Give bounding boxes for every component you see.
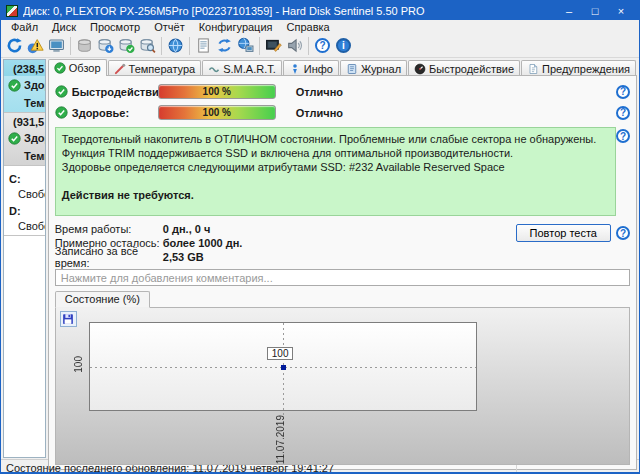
app-window: Диск: 0, PLEXTOR PX-256M5Pro [P022371013… [0, 0, 640, 474]
tab-overview[interactable]: Обзор [48, 59, 107, 76]
report-icon[interactable] [193, 36, 214, 56]
partition-c-free-row: Свободно 76,0 GB Диск: 0 [4, 186, 45, 203]
tab-performance[interactable]: Быстродействие [408, 60, 520, 76]
status-line-3: Здоровье определяется следующими атрибут… [62, 160, 609, 174]
state-chart-plot [89, 322, 477, 411]
info-drop-icon [289, 63, 301, 75]
stat-value: 2,53 GB [163, 251, 204, 263]
tab-alerts[interactable]: Предупреждения [521, 60, 636, 76]
maximize-button[interactable]: □ [582, 2, 608, 20]
disk-1-header: (931,5 GB) [4, 113, 45, 129]
partition-letter: D: [9, 205, 21, 217]
disk-connect-icon[interactable] [95, 36, 116, 56]
tab-smart[interactable]: S.M.A.R.T. [202, 60, 282, 76]
gauge-icon [414, 63, 426, 75]
disk-0-temp-row: Температура: ? [Восстановл [4, 94, 45, 112]
stats-block: Время работы: 0 дн., 0 ч Примерно остало… [55, 222, 630, 264]
tab-log[interactable]: Журнал [340, 60, 407, 76]
disk-disabled-icon [74, 36, 95, 56]
toolbar-separator [308, 37, 309, 55]
menu-disk[interactable]: Диск [45, 21, 83, 34]
tab-label: Журнал [361, 63, 401, 75]
help-icon[interactable]: ? [616, 129, 630, 143]
refresh-icon[interactable] [4, 36, 25, 56]
menu-view[interactable]: Просмотр [83, 21, 147, 34]
disk-entry-0[interactable]: (238,5 GB) Диск: 0 Здоровье: 100 % C; Те… [4, 60, 45, 113]
tab-label: Инфо [304, 63, 333, 75]
status-line-2: Функция TRIM поддерживается SSD и включе… [62, 146, 609, 160]
tab-temperature[interactable]: Температура [108, 60, 202, 76]
check-circle-icon [8, 79, 21, 92]
tab-info[interactable]: Инфо [283, 60, 339, 76]
overview-tab-content: Быстродействие: 100 % Отлично ? Здоровье… [48, 75, 637, 470]
save-chart-button[interactable] [60, 311, 77, 327]
free-label: Свободно [18, 220, 46, 232]
menu-report[interactable]: Отчёт [147, 21, 191, 34]
x-axis-date-label: 11.07.2019 [275, 415, 286, 464]
window-controls: – □ × [556, 2, 634, 20]
disk-search-icon[interactable] [137, 36, 158, 56]
minimize-button[interactable]: – [556, 2, 582, 20]
partition-d-header: D: (931,5 GB) [4, 203, 45, 218]
partition-d[interactable]: D: (931,5 GB) Свободно 94,1 GB Диск: 1 [4, 203, 45, 235]
remote-monitor-icon[interactable] [263, 36, 284, 56]
performance-bar: 100 % [158, 84, 276, 99]
help-icon[interactable]: ? [616, 106, 630, 120]
tab-strip: Обзор Температура S.M.A.R.T. Инфо Журнал [48, 59, 637, 76]
y-axis-tick-label: 100 [73, 356, 84, 373]
disk-0-header: (238,5 GB) Диск: 0 [4, 60, 45, 76]
network-icon[interactable] [235, 36, 256, 56]
menu-configuration[interactable]: Конфигурация [192, 21, 280, 34]
comment-input[interactable] [55, 269, 630, 286]
stat-value: более 1000 дн. [163, 237, 243, 249]
monitor-icon[interactable] [46, 36, 67, 56]
globe-disk-icon[interactable] [165, 36, 186, 56]
floppy-disk-icon [62, 313, 74, 325]
help-icon[interactable]: ? [616, 85, 630, 99]
menu-file[interactable]: Файл [4, 21, 45, 34]
status-line-4: Действия не требуются. [62, 188, 609, 202]
subtab-state-percent[interactable]: Состояние (%) [55, 291, 150, 308]
alert-icon[interactable] [25, 36, 46, 56]
stat-value: 0 дн., 0 ч [163, 223, 211, 235]
help-icon[interactable]: ? [616, 226, 630, 240]
health-row: Здоровье: 100 % Отлично ? [55, 102, 630, 123]
tab-label: Обзор [69, 62, 101, 74]
retest-button[interactable]: Повтор теста [516, 224, 611, 242]
performance-row: Быстродействие: 100 % Отлично ? [55, 81, 630, 102]
journal-icon [346, 63, 358, 75]
health-bar: 100 % [158, 105, 276, 120]
close-button[interactable]: × [608, 2, 634, 20]
data-point [281, 365, 286, 370]
sound-icon[interactable] [284, 36, 305, 56]
tab-label: Предупреждения [542, 63, 630, 75]
tab-label: S.M.A.R.T. [223, 63, 276, 75]
check-circle-icon [54, 62, 66, 74]
info-icon[interactable]: i [333, 36, 354, 56]
health-label: Здоровье: [24, 79, 46, 91]
disk-ok-icon[interactable] [116, 36, 137, 56]
thermometer-icon [114, 63, 126, 75]
status-message-box: Твердотельный накопитель в ОТЛИЧНОМ сост… [55, 127, 616, 216]
partition-d-free-row: Свободно 94,1 GB Диск: 1 [4, 218, 45, 235]
partition-c[interactable]: C: (237,9 GB) Свободно 76,0 GB Диск: 0 [4, 171, 45, 203]
disk-entry-1[interactable]: (931,5 GB) Здоровье: 97 % Диск: 1 Темпер… [4, 113, 45, 166]
menu-help[interactable]: Справка [280, 21, 337, 34]
free-label: Свободно [18, 188, 46, 200]
toolbar-separator [259, 37, 260, 55]
data-point-label: 100 [267, 347, 294, 360]
disk-list-panel: (238,5 GB) Диск: 0 Здоровье: 100 % C; Те… [3, 59, 46, 458]
sync-icon[interactable] [214, 36, 235, 56]
partition-letter: C: [9, 173, 21, 185]
alert-page-icon [527, 63, 539, 75]
tab-label: Температура [129, 63, 196, 75]
title-bar: Диск: 0, PLEXTOR PX-256M5Pro [P022371013… [1, 1, 639, 20]
smart-icon [208, 63, 220, 75]
retest-area: Повтор теста ? [516, 224, 630, 242]
help-icon[interactable]: ? [312, 36, 333, 56]
status-line-1: Твердотельный накопитель в ОТЛИЧНОМ сост… [62, 132, 609, 146]
check-circle-icon [55, 106, 68, 119]
toolbar: ? i [1, 34, 639, 58]
window-title: Диск: 0, PLEXTOR PX-256M5Pro [P022371013… [23, 5, 556, 17]
health-label: Здоровье: [72, 107, 158, 119]
